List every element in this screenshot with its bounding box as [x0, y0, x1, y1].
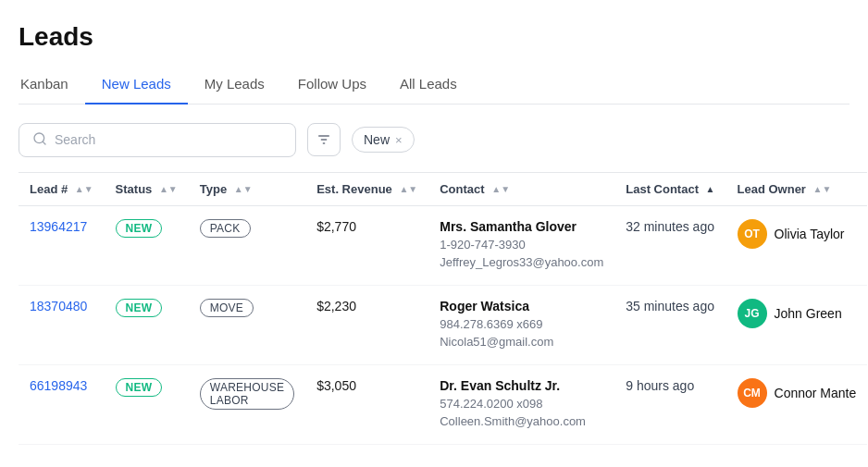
cell-owner: OT Olivia Taylor	[726, 205, 868, 285]
page-container: Leads Kanban New Leads My Leads Follow U…	[0, 0, 868, 467]
last-contact-time: 32 minutes ago	[626, 219, 714, 234]
col-header-contact[interactable]: Contact ▲▼	[428, 172, 614, 205]
filter-tag-new[interactable]: New ×	[352, 127, 415, 153]
cell-last-contact: 35 minutes ago	[614, 285, 725, 364]
owner-cell: OT Olivia Taylor	[738, 219, 857, 249]
sort-icon-last-contact: ▲	[706, 185, 715, 194]
tab-kanban[interactable]: Kanban	[19, 68, 85, 104]
status-badge: NEW	[116, 219, 163, 238]
status-badge: NEW	[116, 299, 163, 317]
cell-owner: CM Connor Mante	[726, 364, 868, 444]
cell-lead-id: 13964217	[19, 205, 105, 285]
status-badge: NEW	[116, 378, 163, 397]
owner-cell: JG John Green	[738, 299, 857, 328]
filter-button[interactable]	[307, 123, 341, 156]
leads-table: Lead # ▲▼ Status ▲▼ Type ▲▼ Est. Revenue…	[19, 172, 867, 445]
type-badge: MOVE	[200, 299, 254, 317]
cell-lead-id: 66198943	[19, 364, 105, 444]
contact-name: Dr. Evan Schultz Jr.	[440, 378, 603, 393]
col-header-revenue[interactable]: Est. Revenue ▲▼	[305, 172, 428, 205]
cell-contact: Dr. Evan Schultz Jr. 574.224.0200 x098 C…	[428, 364, 614, 444]
contact-phone: 1-920-747-3930	[440, 236, 603, 254]
lead-link[interactable]: 18370480	[30, 299, 87, 313]
contact-name: Roger Watsica	[440, 299, 603, 313]
sort-icon-lead: ▲▼	[75, 185, 93, 194]
sort-icon-status: ▲▼	[159, 185, 178, 194]
cell-contact: Mrs. Samantha Glover 1-920-747-3930 Jeff…	[428, 205, 614, 285]
avatar: CM	[738, 378, 767, 408]
last-contact-time: 35 minutes ago	[626, 299, 714, 313]
contact-email: Jeffrey_Legros33@yahoo.com	[440, 253, 603, 272]
search-input[interactable]	[55, 132, 282, 147]
tab-all-leads[interactable]: All Leads	[383, 68, 474, 104]
search-box	[19, 123, 296, 157]
contact-phone: 574.224.0200 x098	[440, 395, 603, 413]
cell-lead-id: 18370480	[19, 285, 105, 364]
tab-my-leads[interactable]: My Leads	[188, 68, 281, 104]
cell-status: NEW	[105, 285, 189, 364]
table-header-row: Lead # ▲▼ Status ▲▼ Type ▲▼ Est. Revenue…	[19, 172, 867, 205]
contact-phone: 984.278.6369 x669	[440, 315, 603, 334]
col-header-status[interactable]: Status ▲▼	[105, 172, 189, 205]
cell-contact: Roger Watsica 984.278.6369 x669 Nicola51…	[428, 285, 614, 364]
type-badge: WAREHOUSE LABOR	[200, 378, 294, 410]
cell-owner: JG John Green	[726, 285, 868, 364]
cell-type: MOVE	[189, 285, 305, 364]
cell-revenue: $3,050	[305, 364, 428, 444]
contact-name: Mrs. Samantha Glover	[440, 219, 603, 234]
col-header-last-contact[interactable]: Last Contact ▲	[614, 172, 725, 205]
cell-status: NEW	[105, 364, 189, 444]
tab-follow-ups[interactable]: Follow Ups	[281, 68, 383, 104]
cell-last-contact: 32 minutes ago	[614, 205, 725, 285]
filter-tag-close-icon[interactable]: ×	[395, 133, 403, 147]
tab-bar: Kanban New Leads My Leads Follow Ups All…	[19, 68, 849, 104]
sort-icon-owner: ▲▼	[813, 185, 832, 194]
col-header-type[interactable]: Type ▲▼	[189, 172, 305, 205]
cell-status: NEW	[105, 205, 189, 285]
cell-revenue: $2,230	[305, 285, 428, 364]
col-header-owner[interactable]: Lead Owner ▲▼	[726, 172, 868, 205]
cell-type: PACK	[189, 205, 305, 285]
sort-icon-revenue: ▲▼	[399, 185, 417, 194]
owner-name: John Green	[775, 306, 842, 321]
table-row: 13964217 NEW PACK $2,770 Mrs. Samantha G…	[19, 205, 867, 285]
cell-type: WAREHOUSE LABOR	[189, 364, 305, 444]
table-row: 18370480 NEW MOVE $2,230 Roger Watsica 9…	[19, 285, 867, 364]
owner-cell: CM Connor Mante	[738, 378, 857, 408]
page-title: Leads	[19, 22, 849, 52]
contact-email: Nicola51@gmail.com	[440, 333, 603, 351]
lead-link[interactable]: 66198943	[30, 378, 87, 393]
tab-new-leads[interactable]: New Leads	[85, 68, 188, 104]
owner-name: Olivia Taylor	[775, 227, 845, 241]
lead-link[interactable]: 13964217	[30, 219, 87, 234]
last-contact-time: 9 hours ago	[626, 378, 694, 393]
filter-tag-label: New	[364, 132, 390, 147]
avatar: JG	[738, 299, 767, 328]
table-row: 66198943 NEW WAREHOUSE LABOR $3,050 Dr. …	[19, 364, 867, 444]
type-badge: PACK	[200, 219, 251, 238]
avatar: OT	[738, 219, 767, 249]
cell-last-contact: 9 hours ago	[614, 364, 725, 444]
toolbar: New ×	[19, 123, 849, 157]
owner-name: Connor Mante	[775, 386, 857, 400]
col-header-lead[interactable]: Lead # ▲▼	[19, 172, 105, 205]
svg-line-1	[43, 141, 45, 144]
sort-icon-type: ▲▼	[234, 185, 253, 194]
sort-icon-contact: ▲▼	[491, 185, 510, 194]
contact-email: Colleen.Smith@yahoo.com	[440, 412, 603, 431]
cell-revenue: $2,770	[305, 205, 428, 285]
search-icon	[32, 131, 47, 149]
